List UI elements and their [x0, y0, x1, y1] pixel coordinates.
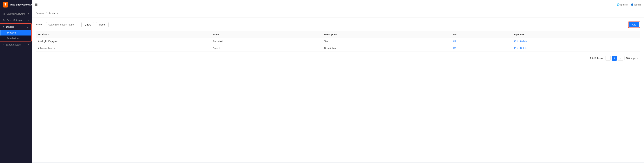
cell-description: Description — [322, 45, 450, 52]
pagination: Total 2 Items ‹ 1 › 10 / page 20 / page … — [36, 56, 640, 61]
cell-name: Socket — [210, 45, 322, 52]
sidebar-item-devices-wrapper: ≡ Devices ∧ Products Sub-devices — [0, 23, 32, 42]
edit-link[interactable]: Edit — [514, 47, 518, 50]
devices-icon: ≡ — [3, 25, 4, 28]
search-input[interactable] — [46, 22, 80, 27]
add-button[interactable]: Add — [629, 22, 639, 27]
driver-settings-icon: ✎ — [3, 19, 5, 22]
cell-operation: Edit Delete — [512, 38, 640, 45]
query-button[interactable]: Query — [82, 22, 94, 27]
sidebar-item-label: Devices — [6, 26, 26, 28]
cell-name: Socket 01 — [210, 38, 322, 45]
sidebar-sub-devices: Products Sub-devices — [0, 30, 31, 41]
col-name: Name — [210, 31, 322, 38]
topbar: ☰ 🌐 English 👤 admin — [32, 0, 644, 9]
cell-dp: DP — [450, 38, 512, 45]
prev-page-button[interactable]: ‹ — [606, 56, 610, 61]
reset-button[interactable]: Reset — [96, 22, 108, 27]
table-row: iefszowrqlmnlxpt Socket Description DP E… — [36, 45, 640, 52]
language-selector[interactable]: 🌐 English — [617, 3, 628, 6]
dp-link[interactable]: DP — [453, 40, 456, 43]
sidebar-item-label: Driver Settings — [6, 19, 26, 22]
sidebar-sub-item-label: Products — [7, 31, 16, 34]
chevron-down-icon: ∨ — [28, 44, 29, 46]
topbar-left: ☰ — [35, 3, 38, 7]
sidebar-item-sub-devices[interactable]: Sub-devices — [0, 36, 31, 41]
breadcrumb-separator: / — [46, 12, 46, 15]
breadcrumb: Devices / Products — [32, 9, 644, 18]
gateway-network-icon: ◎ — [3, 12, 5, 15]
app-logo-icon: T — [3, 2, 8, 8]
col-description: Description — [322, 31, 450, 38]
total-items: Total 2 Items — [590, 57, 603, 60]
main-panel: ☰ 🌐 English 👤 admin Devices / Products N… — [32, 0, 644, 163]
user-icon: 👤 — [631, 3, 634, 6]
products-table: Product ID Name Description DP Operation… — [36, 31, 640, 52]
breadcrumb-parent[interactable]: Devices — [36, 12, 44, 15]
globe-icon: 🌐 — [617, 3, 620, 6]
user-label: admin — [634, 3, 641, 6]
sidebar-item-label: Gateway Network — [6, 13, 26, 15]
cell-product-id: trwdugkk35qaiyow — [36, 38, 210, 45]
sidebar-logo: T Tuya Edge Gateway — [0, 0, 32, 9]
delete-link[interactable]: Delete — [520, 40, 527, 43]
col-operation: Operation — [512, 31, 640, 38]
dp-link[interactable]: DP — [453, 47, 456, 50]
cell-dp: DP — [450, 45, 512, 52]
sidebar: T Tuya Edge Gateway ◎ Gateway Network ∨ … — [0, 0, 32, 163]
breadcrumb-current: Products — [48, 12, 58, 15]
page-size-selector[interactable]: 10 / page 20 / page 50 / page — [624, 56, 640, 60]
chevron-up-icon: ∧ — [27, 26, 29, 28]
chevron-down-icon: ∨ — [28, 19, 29, 21]
topbar-right: 🌐 English 👤 admin — [617, 3, 641, 6]
cell-operation: Edit Delete — [512, 45, 640, 52]
sidebar-item-expert-system[interactable]: ≡ Expert System ∨ — [0, 42, 32, 48]
cell-description: Test — [322, 38, 450, 45]
user-menu[interactable]: 👤 admin — [631, 3, 641, 6]
col-dp: DP — [450, 31, 512, 38]
sidebar-sub-item-label: Sub-devices — [7, 37, 20, 40]
page-body: Name： Query Reset Add Product ID Name De… — [32, 18, 644, 162]
cell-product-id: iefszowrqlmnlxpt — [36, 45, 210, 52]
table-row: trwdugkk35qaiyow Socket 01 Test DP Edit … — [36, 38, 640, 45]
delete-link[interactable]: Delete — [520, 47, 527, 50]
page-1-button[interactable]: 1 — [612, 56, 617, 61]
table-header-row: Product ID Name Description DP Operation — [36, 31, 640, 38]
col-product-id: Product ID — [36, 31, 210, 38]
edit-link[interactable]: Edit — [514, 40, 518, 43]
expert-system-icon: ≡ — [3, 43, 4, 46]
chevron-down-icon: ∨ — [28, 13, 29, 15]
language-label: English — [620, 3, 628, 6]
sidebar-item-gateway-network[interactable]: ◎ Gateway Network ∨ — [0, 11, 32, 17]
filter-bar: Name： Query Reset Add — [36, 22, 640, 28]
app-logo-text: Tuya Edge Gateway — [10, 3, 32, 6]
add-button-wrapper: Add — [628, 22, 640, 28]
sidebar-item-label: Expert System — [6, 43, 26, 46]
content-area: Devices / Products Name： Query Reset Add — [32, 9, 644, 163]
sidebar-item-driver-settings[interactable]: ✎ Driver Settings ∨ — [0, 17, 32, 23]
sidebar-menu: ◎ Gateway Network ∨ ✎ Driver Settings ∨ … — [0, 9, 32, 163]
sidebar-item-products[interactable]: Products — [0, 30, 31, 36]
filter-name-label: Name： — [36, 23, 44, 26]
next-page-button[interactable]: › — [618, 56, 623, 61]
sidebar-item-devices[interactable]: ≡ Devices ∧ — [0, 24, 31, 30]
menu-icon[interactable]: ☰ — [35, 3, 38, 7]
